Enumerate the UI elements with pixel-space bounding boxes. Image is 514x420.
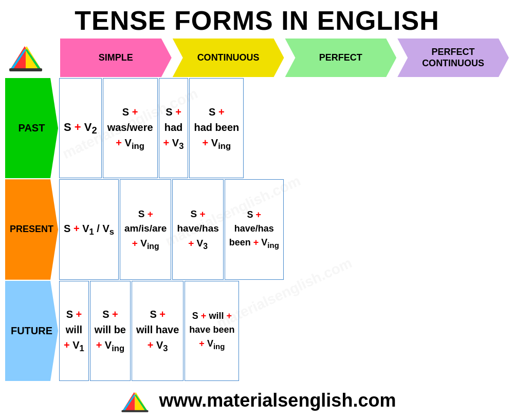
cell-past-perfect-continuous: S +had been+ Ving [189,78,244,178]
header-perfect-continuous: PERFECTCONTINUOUS [397,39,509,77]
tense-past-label: PAST [5,78,58,178]
cell-future-simple: S +will+ V1 [59,281,89,381]
header-simple: SIMPLE [60,39,172,77]
footer: www.materialsenglish.com [0,381,514,420]
tense-future-label: FUTURE [5,281,58,381]
svg-text:materialsenglish.com: materialsenglish.com [9,74,43,74]
cell-present-continuous: S +am/is/are+ Ving [120,179,171,279]
footer-url: www.materialsenglish.com [159,390,396,411]
main-title: TENSE FORMS IN ENGLISH [0,0,514,39]
cell-past-continuous: S +was/were+ Ving [103,78,158,178]
header-perfect: PERFECT [285,39,397,77]
footer-logo-icon [118,385,152,416]
cell-present-simple: S + V1 / Vs [59,179,119,279]
header-continuous: CONTINUOUS [173,39,284,77]
cell-past-perfect: S +had+ V3 [159,78,189,178]
cell-future-continuous: S +will be+ Ving [90,281,131,381]
cell-present-perfect-continuous: S +have/hasbeen + Ving [225,179,284,279]
cell-past-simple: S + V2 [59,78,102,178]
svg-rect-4 [9,68,42,71]
cell-future-perfect: S +will have+ V3 [132,281,183,381]
tense-present-label: PRESENT [5,179,58,279]
cell-present-perfect: S +have/has+ V3 [172,179,223,279]
logo-icon: materialsenglish.com [5,39,46,74]
svg-rect-10 [121,410,148,412]
cell-future-perfect-continuous: S + will +have been+ Ving [185,281,239,381]
